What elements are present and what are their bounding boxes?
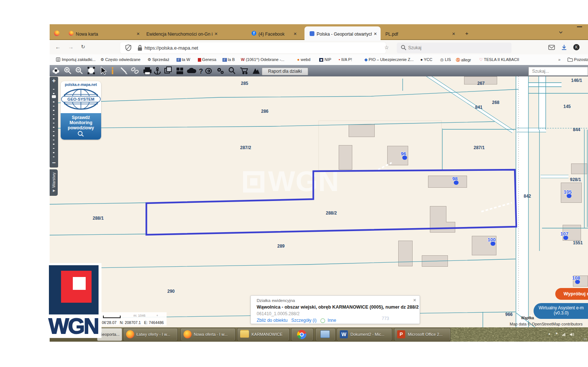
svg-text:GEO-SYSTEM: GEO-SYSTEM xyxy=(67,97,94,101)
svg-text:?: ? xyxy=(199,68,203,75)
